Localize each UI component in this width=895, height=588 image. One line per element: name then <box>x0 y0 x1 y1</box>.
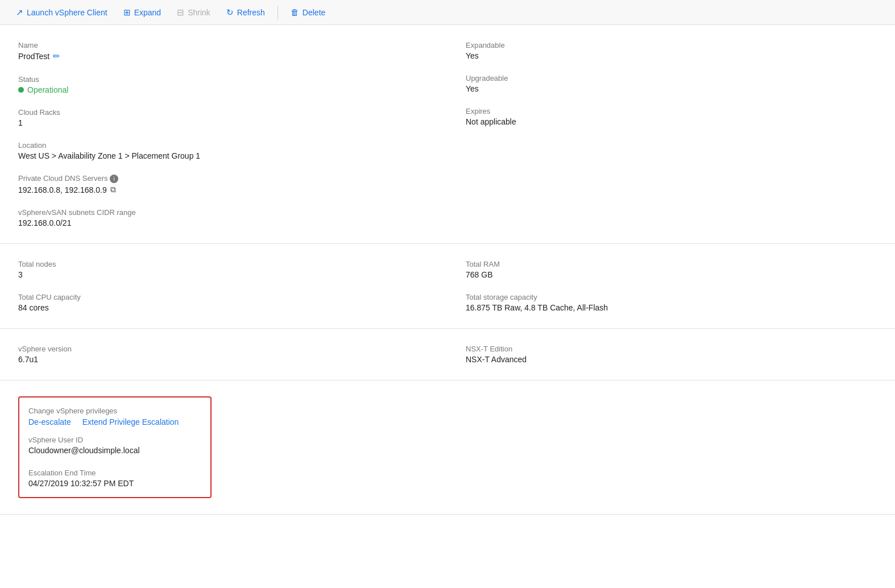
cloud-info-left: Name ProdTest ✏ Status Operational Cloud… <box>18 41 448 227</box>
privilege-box: Change vSphere privileges De-escalate Ex… <box>18 396 212 498</box>
total-storage-value: 16.875 TB Raw, 4.8 TB Cache, All-Flash <box>466 303 877 312</box>
expand-button[interactable]: ⊞ Expand <box>117 4 168 21</box>
cidr-field: vSphere/vSAN subnets CIDR range 192.168.… <box>18 208 429 227</box>
total-nodes-field: Total nodes 3 <box>18 260 429 279</box>
escalation-end-field: Escalation End Time 04/27/2019 10:32:57 … <box>28 469 201 488</box>
software-right: NSX-T Edition NSX-T Advanced <box>448 345 877 364</box>
toolbar: ↗ Launch vSphere Client ⊞ Expand ⊟ Shrin… <box>0 0 895 25</box>
shrink-icon: ⊟ <box>177 7 184 18</box>
status-field: Status Operational <box>18 75 429 94</box>
extend-privilege-link[interactable]: Extend Privilege Escalation <box>82 417 179 426</box>
upgradeable-field: Upgradeable Yes <box>466 74 877 93</box>
edit-name-icon[interactable]: ✏ <box>53 51 60 61</box>
launch-vsphere-button[interactable]: ↗ Launch vSphere Client <box>9 4 114 21</box>
dns-row: 192.168.0.8, 192.168.0.9 ⧉ <box>18 185 429 194</box>
capacity-left: Total nodes 3 Total CPU capacity 84 core… <box>18 260 448 312</box>
expandable-value: Yes <box>466 51 877 60</box>
deescalate-link[interactable]: De-escalate <box>28 417 71 426</box>
status-row: Operational <box>18 85 429 94</box>
dns-info-icon[interactable]: i <box>110 175 118 183</box>
expandable-field: Expandable Yes <box>466 41 877 60</box>
shrink-button[interactable]: ⊟ Shrink <box>170 4 217 21</box>
total-cpu-field: Total CPU capacity 84 cores <box>18 293 429 312</box>
vsphere-version-field: vSphere version 6.7u1 <box>18 345 429 364</box>
total-nodes-value: 3 <box>18 270 429 279</box>
capacity-right: Total RAM 768 GB Total storage capacity … <box>448 260 877 312</box>
privilege-links: De-escalate Extend Privilege Escalation <box>28 417 201 426</box>
cloud-racks-field: Cloud Racks 1 <box>18 108 429 127</box>
location-field: Location West US > Availability Zone 1 >… <box>18 141 429 160</box>
privilege-label: Change vSphere privileges <box>28 407 201 415</box>
dns-field: Private Cloud DNS Servers i 192.168.0.8,… <box>18 174 429 194</box>
name-value: ProdTest <box>18 52 49 61</box>
total-cpu-value: 84 cores <box>18 303 429 312</box>
status-value: Operational <box>27 85 68 94</box>
status-dot <box>18 87 24 93</box>
cloud-info-section: Name ProdTest ✏ Status Operational Cloud… <box>0 25 895 244</box>
nsx-edition-field: NSX-T Edition NSX-T Advanced <box>466 345 877 364</box>
location-value: West US > Availability Zone 1 > Placemen… <box>18 151 429 160</box>
delete-button[interactable]: 🗑 Delete <box>284 4 332 20</box>
capacity-section: Total nodes 3 Total CPU capacity 84 core… <box>0 244 895 329</box>
escalation-end-value: 04/27/2019 10:32:57 PM EDT <box>28 479 201 488</box>
dns-value: 192.168.0.8, 192.168.0.9 <box>18 185 107 194</box>
refresh-button[interactable]: ↻ Refresh <box>219 4 272 21</box>
delete-icon: 🗑 <box>291 7 299 17</box>
upgradeable-value: Yes <box>466 84 877 93</box>
vsphere-version-value: 6.7u1 <box>18 355 429 364</box>
software-left: vSphere version 6.7u1 <box>18 345 448 364</box>
cidr-value: 192.168.0.0/21 <box>18 218 429 227</box>
total-storage-field: Total storage capacity 16.875 TB Raw, 4.… <box>466 293 877 312</box>
vsphere-user-field: vSphere User ID Cloudowner@cloudsimple.l… <box>28 436 201 455</box>
toolbar-divider <box>277 6 278 19</box>
cloud-info-right: Expandable Yes Upgradeable Yes Expires N… <box>448 41 877 227</box>
name-row: ProdTest ✏ <box>18 51 429 61</box>
software-section: vSphere version 6.7u1 NSX-T Edition NSX-… <box>0 329 895 380</box>
total-ram-value: 768 GB <box>466 270 877 279</box>
refresh-icon: ↻ <box>226 7 234 18</box>
content-area: Name ProdTest ✏ Status Operational Cloud… <box>0 25 895 515</box>
name-field: Name ProdTest ✏ <box>18 41 429 61</box>
expires-field: Expires Not applicable <box>466 107 877 126</box>
expires-value: Not applicable <box>466 117 877 126</box>
total-ram-field: Total RAM 768 GB <box>466 260 877 279</box>
expand-icon: ⊞ <box>123 7 131 18</box>
cloud-racks-value: 1 <box>18 118 429 127</box>
privilege-section: Change vSphere privileges De-escalate Ex… <box>0 380 895 515</box>
nsx-edition-value: NSX-T Advanced <box>466 355 877 364</box>
vsphere-user-value: Cloudowner@cloudsimple.local <box>28 446 201 455</box>
dns-label: Private Cloud DNS Servers i <box>18 174 429 183</box>
launch-icon: ↗ <box>16 7 23 18</box>
copy-dns-icon[interactable]: ⧉ <box>110 185 116 194</box>
